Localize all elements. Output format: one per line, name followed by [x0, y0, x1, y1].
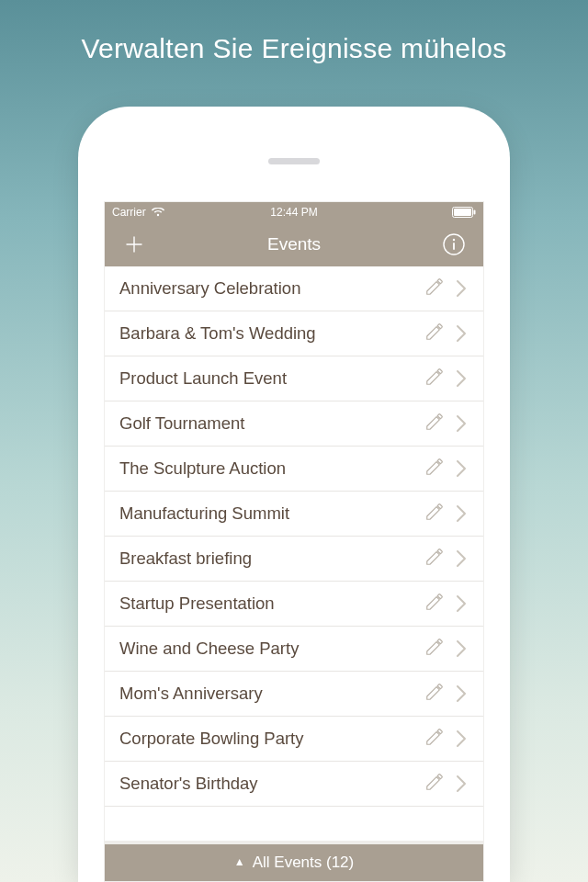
svg-rect-2	[474, 210, 476, 215]
event-row[interactable]: The Sculpture Auction	[105, 447, 483, 492]
event-label: Senator's Birthday	[119, 774, 419, 794]
edit-event-button[interactable]	[419, 318, 450, 349]
carrier-label: Carrier	[112, 206, 146, 219]
chevron-right-icon	[450, 413, 472, 435]
event-label: The Sculpture Auction	[119, 458, 419, 479]
status-time: 12:44 PM	[233, 206, 355, 219]
phone-screen: Carrier 12:44 PM Events	[104, 201, 484, 882]
edit-event-button[interactable]	[419, 363, 450, 394]
edit-event-button[interactable]	[419, 768, 450, 799]
svg-point-4	[453, 239, 455, 241]
chevron-right-icon	[450, 458, 472, 480]
edit-event-button[interactable]	[419, 633, 450, 664]
wifi-icon	[152, 208, 164, 217]
event-row[interactable]: Mom's Anniversary	[105, 672, 483, 717]
event-row[interactable]: Product Launch Event	[105, 356, 483, 401]
add-event-button[interactable]	[114, 224, 154, 265]
pencil-icon	[424, 592, 445, 616]
chevron-right-icon	[450, 277, 472, 300]
event-row[interactable]: Corporate Bowling Party	[105, 717, 483, 762]
info-icon	[442, 232, 466, 256]
event-label: Barbara & Tom's Wedding	[119, 323, 419, 344]
status-bar: Carrier 12:44 PM	[105, 202, 483, 222]
plus-icon	[123, 233, 145, 255]
event-label: Golf Tournament	[119, 413, 419, 434]
pencil-icon	[424, 502, 445, 526]
chevron-right-icon	[450, 773, 472, 795]
pencil-icon	[424, 277, 445, 300]
edit-event-button[interactable]	[419, 498, 450, 529]
pencil-icon	[424, 682, 445, 706]
event-label: Corporate Bowling Party	[119, 729, 419, 749]
event-label: Breakfast briefing	[119, 548, 419, 569]
status-left: Carrier	[112, 206, 233, 219]
edit-event-button[interactable]	[419, 723, 450, 754]
event-label: Manufacturing Summit	[119, 503, 419, 524]
pencil-icon	[424, 367, 445, 390]
nav-title: Events	[154, 234, 434, 254]
chevron-right-icon	[450, 322, 472, 345]
nav-bar: Events	[105, 222, 483, 266]
event-label: Wine and Cheese Party	[119, 639, 419, 659]
pencil-icon	[424, 547, 445, 571]
event-row[interactable]: Senator's Birthday	[105, 762, 483, 807]
pencil-icon	[424, 772, 445, 796]
info-button[interactable]	[434, 224, 474, 265]
chevron-right-icon	[450, 368, 472, 390]
chevron-right-icon	[450, 728, 472, 750]
pencil-icon	[424, 322, 445, 345]
event-label: Product Launch Event	[119, 368, 419, 389]
event-label: Startup Presentation	[119, 594, 419, 614]
phone-earpiece	[268, 158, 320, 164]
event-row[interactable]: Golf Tournament	[105, 401, 483, 447]
edit-event-button[interactable]	[419, 588, 450, 619]
edit-event-button[interactable]	[419, 408, 450, 439]
event-row[interactable]: Wine and Cheese Party	[105, 627, 483, 672]
event-row[interactable]: Barbara & Tom's Wedding	[105, 311, 483, 356]
chevron-right-icon	[450, 683, 472, 705]
all-events-button[interactable]: ▲ All Events (12)	[105, 841, 483, 881]
events-list[interactable]: Anniversary CelebrationBarbara & Tom's W…	[105, 266, 483, 841]
edit-event-button[interactable]	[419, 273, 450, 304]
event-row[interactable]: Anniversary Celebration	[105, 266, 483, 311]
chevron-right-icon	[450, 503, 472, 525]
pencil-icon	[424, 727, 445, 751]
chevron-right-icon	[450, 593, 472, 615]
pencil-icon	[424, 412, 445, 435]
event-label: Mom's Anniversary	[119, 684, 419, 704]
status-right	[355, 207, 476, 218]
event-row[interactable]: Startup Presentation	[105, 582, 483, 627]
svg-rect-5	[453, 243, 455, 250]
event-row[interactable]: Manufacturing Summit	[105, 492, 483, 537]
edit-event-button[interactable]	[419, 453, 450, 484]
all-events-label: All Events (12)	[253, 854, 355, 872]
battery-icon	[452, 207, 476, 218]
pencil-icon	[424, 637, 445, 661]
chevron-right-icon	[450, 638, 472, 660]
edit-event-button[interactable]	[419, 543, 450, 574]
phone-frame: Carrier 12:44 PM Events	[78, 107, 510, 882]
chevron-right-icon	[450, 548, 472, 570]
edit-event-button[interactable]	[419, 678, 450, 709]
svg-rect-1	[454, 209, 471, 216]
event-row[interactable]: Breakfast briefing	[105, 537, 483, 582]
event-label: Anniversary Celebration	[119, 278, 419, 299]
promo-title: Verwalten Sie Ereignisse mühelos	[81, 33, 506, 64]
pencil-icon	[424, 457, 445, 481]
caret-up-icon: ▲	[234, 855, 245, 868]
